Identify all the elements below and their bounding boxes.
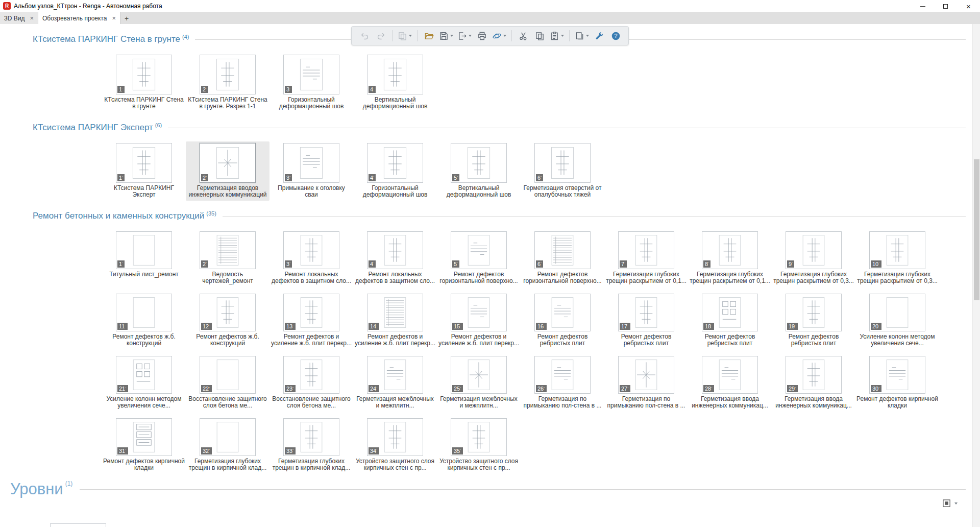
drawing-thumbnail[interactable]: 29· bbox=[786, 356, 842, 394]
drawing-thumbnail[interactable]: 22· bbox=[200, 356, 256, 394]
tab-close-icon[interactable]: × bbox=[30, 15, 34, 21]
drawing-card[interactable]: 24·Герметизация межблочных и межплитн... bbox=[353, 354, 437, 412]
dropdown-caret-icon[interactable] bbox=[409, 35, 412, 37]
tab-3d-view[interactable]: 3D Вид× bbox=[0, 12, 38, 24]
drawing-thumbnail[interactable]: 6· bbox=[534, 231, 591, 269]
drawing-card[interactable]: 1·КТсистема ПАРКИНГ Эксперт bbox=[102, 141, 186, 201]
cut-button[interactable] bbox=[516, 29, 531, 43]
drawing-card[interactable]: 25·Герметизация межблочных и межплитн... bbox=[437, 354, 521, 412]
drawing-card[interactable]: 14·Ремонт дефектов и усиление ж.б. плит … bbox=[353, 292, 437, 349]
drawing-card[interactable]: 7·Герметизация глубоких трещин раскрытие… bbox=[604, 230, 688, 287]
drawing-thumbnail[interactable]: 9· bbox=[786, 231, 842, 269]
scrollbar-thumb[interactable] bbox=[974, 159, 979, 300]
drawing-thumbnail[interactable]: 2· bbox=[200, 143, 256, 183]
drawing-thumbnail[interactable]: 5· bbox=[451, 231, 507, 269]
drawing-thumbnail[interactable]: 24· bbox=[367, 356, 423, 394]
drawing-thumbnail[interactable]: 3· bbox=[283, 143, 339, 183]
drawing-thumbnail[interactable]: 1· bbox=[116, 231, 172, 269]
drawing-thumbnail[interactable]: 6· bbox=[534, 143, 591, 183]
drawing-thumbnail[interactable]: 28· bbox=[702, 356, 758, 394]
drawing-thumbnail[interactable]: 33· bbox=[283, 418, 339, 456]
vertical-scrollbar[interactable] bbox=[972, 24, 980, 527]
print-button[interactable] bbox=[474, 29, 489, 43]
drawing-thumbnail[interactable]: 30· bbox=[869, 356, 925, 394]
open-button[interactable] bbox=[421, 29, 436, 43]
drawing-card[interactable]: 31·Ремонт дефектов кирпичной кладки bbox=[102, 417, 186, 474]
thumbnail-size-button[interactable] bbox=[942, 499, 958, 508]
drawing-card[interactable]: 35·Устройство защитного слоя кирпичных с… bbox=[437, 417, 521, 474]
drawing-card[interactable]: 11·Ремонт дефектов ж.б. конструкций bbox=[102, 292, 186, 349]
drawing-thumbnail[interactable]: 4· bbox=[367, 231, 423, 269]
drawing-thumbnail[interactable]: 20· bbox=[869, 294, 925, 331]
drawing-thumbnail[interactable]: 7· bbox=[618, 231, 674, 269]
new-tab-button[interactable]: + bbox=[120, 12, 133, 24]
drawing-card[interactable]: 29·Герметизация ввода инженерных коммуни… bbox=[772, 354, 855, 412]
drawing-card[interactable]: 6·Герметизация отверстий от опалубочных … bbox=[521, 141, 604, 201]
redo-button[interactable] bbox=[373, 29, 388, 43]
drawing-card[interactable]: 2·Ведомость чертежей_ремонт bbox=[186, 230, 270, 287]
drawing-card[interactable]: 1·Титульный лист_ремонт bbox=[102, 230, 186, 287]
sheets-button[interactable] bbox=[573, 29, 591, 43]
drawing-card[interactable]: 18·Ремонт дефектов ребристых плит bbox=[688, 292, 772, 349]
drawing-card[interactable]: 4·Горизонтальный деформационный шов bbox=[353, 141, 437, 201]
drawing-card[interactable]: 12·Ремонт дефектов ж.б. конструкций bbox=[186, 292, 270, 349]
drawing-thumbnail[interactable]: 4· bbox=[367, 143, 423, 183]
undo-button[interactable] bbox=[357, 29, 372, 43]
drawing-card[interactable]: 6·Ремонт дефектов горизонтальной поверхн… bbox=[521, 230, 604, 287]
drawing-card[interactable]: 28·Герметизация ввода инженерных коммуни… bbox=[688, 354, 772, 412]
drawing-thumbnail[interactable]: 21· bbox=[116, 356, 172, 394]
drawing-thumbnail[interactable]: 34· bbox=[367, 418, 423, 456]
drawing-thumbnail[interactable]: 18· bbox=[702, 294, 758, 331]
drawing-card[interactable]: 5·Вертикальный деформационный шов bbox=[437, 141, 521, 201]
dropdown-caret-icon[interactable] bbox=[503, 35, 506, 37]
drawing-thumbnail[interactable]: 15· bbox=[451, 294, 507, 331]
dropdown-caret-icon[interactable] bbox=[469, 35, 472, 37]
drawing-card[interactable]: 9·Герметизация глубоких трещин раскрытие… bbox=[772, 230, 855, 287]
drawing-thumbnail[interactable]: 19· bbox=[786, 294, 842, 331]
help-button[interactable]: ? bbox=[608, 29, 623, 43]
drawing-thumbnail[interactable]: 5· bbox=[451, 143, 507, 183]
drawing-card[interactable]: 23·Восстановление защитного слоя бетона … bbox=[270, 354, 353, 412]
drawing-thumbnail[interactable]: 23· bbox=[283, 356, 339, 394]
drawing-card[interactable]: 2·Герметизация вводов инженерных коммуни… bbox=[186, 141, 270, 201]
drawing-card[interactable]: 20·Усиление колонн методом увеличения се… bbox=[855, 292, 939, 349]
drawing-card[interactable]: 27·Герметизация по примыканию пол-стена … bbox=[604, 354, 688, 412]
drawing-thumbnail[interactable]: 2· bbox=[200, 55, 256, 94]
drawing-thumbnail[interactable]: 4· bbox=[367, 55, 423, 94]
copy-button[interactable] bbox=[532, 29, 547, 43]
drawing-card[interactable]: 26·Герметизация по примыканию пол-стена … bbox=[521, 354, 604, 412]
duplicate-button[interactable] bbox=[396, 29, 413, 43]
drawing-thumbnail[interactable]: 25· bbox=[451, 356, 507, 394]
drawing-thumbnail[interactable]: 26· bbox=[534, 356, 591, 394]
drawing-thumbnail[interactable]: 12· bbox=[200, 294, 256, 331]
drawing-card[interactable]: 30·Ремонт дефектов кирпичной кладки bbox=[855, 354, 939, 412]
dropdown-caret-icon[interactable] bbox=[954, 502, 958, 505]
drawing-card[interactable]: 3·Ремонт локальных дефектов в защитном с… bbox=[270, 230, 353, 287]
drawing-thumbnail[interactable]: 2· bbox=[200, 231, 256, 269]
drawing-card[interactable]: 4·Ремонт локальных дефектов в защитном с… bbox=[353, 230, 437, 287]
drawing-thumbnail[interactable]: 35· bbox=[451, 418, 507, 456]
drawing-card[interactable]: 16·Ремонт дефектов ребристых плит bbox=[521, 292, 604, 349]
drawing-card[interactable]: 32·Герметизация глубоких трещин в кирпич… bbox=[186, 417, 270, 474]
dropdown-caret-icon[interactable] bbox=[450, 35, 453, 37]
drawing-card[interactable]: 4·Вертикальный деформационный шов bbox=[353, 53, 437, 112]
drawing-thumbnail[interactable]: 1· bbox=[116, 143, 172, 183]
dropdown-caret-icon[interactable] bbox=[561, 35, 564, 37]
drawing-card[interactable]: 21·Усиление колонн методом увеличения се… bbox=[102, 354, 186, 412]
drawing-card[interactable]: 2·КТсистема ПАРКИНГ Стена в грунте. Разр… bbox=[186, 53, 270, 112]
drawing-thumbnail[interactable]: 1· bbox=[116, 55, 172, 94]
drawing-card[interactable]: 19·Ремонт дефектов ребристых плит bbox=[772, 292, 855, 349]
drawing-thumbnail[interactable]: 3· bbox=[283, 231, 339, 269]
drawing-thumbnail[interactable]: 13· bbox=[283, 294, 339, 331]
drawing-card[interactable]: 34·Устройство защитного слоя кирпичных с… bbox=[353, 417, 437, 474]
drawing-card[interactable]: 22·Восстановление защитного слоя бетона … bbox=[186, 354, 270, 412]
export-button[interactable] bbox=[456, 29, 473, 43]
dropdown-caret-icon[interactable] bbox=[586, 35, 589, 37]
drawing-card[interactable]: 5·Ремонт дефектов горизонтальной поверхн… bbox=[437, 230, 521, 287]
drawing-thumbnail[interactable]: 3· bbox=[283, 55, 339, 94]
tab-project-browser[interactable]: Обозреватель проекта× bbox=[38, 12, 120, 24]
drawing-card[interactable]: 10·Герметизация глубоких трещин раскрыти… bbox=[855, 230, 939, 287]
drawing-card[interactable]: 3·Примыкание к оголовку сваи bbox=[270, 141, 353, 201]
drawing-card[interactable]: 1·КТсистема ПАРКИНГ Стена в грунте bbox=[102, 53, 186, 112]
level-thumbnail-partial[interactable] bbox=[50, 523, 106, 527]
